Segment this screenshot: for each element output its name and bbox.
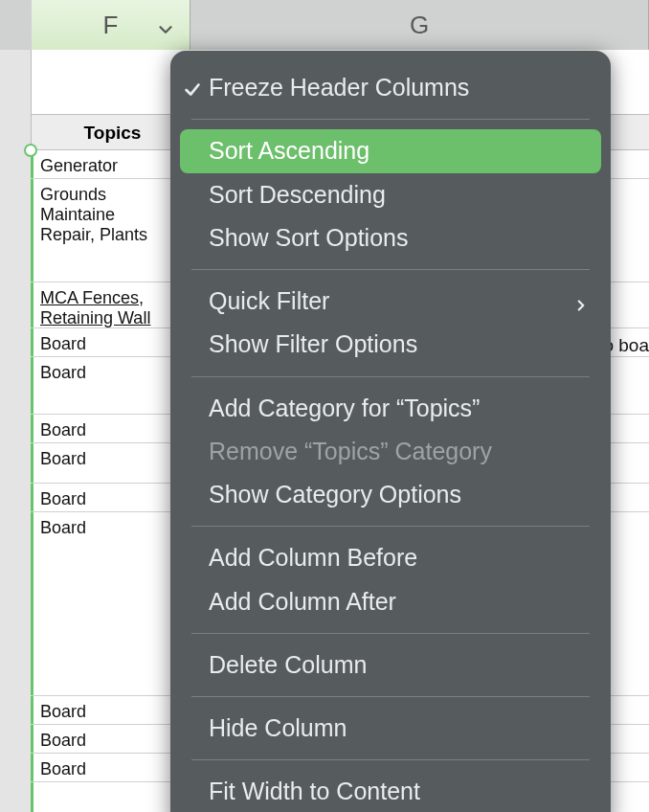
column-header-g[interactable]: G xyxy=(190,0,649,50)
cell-text: Generator xyxy=(40,156,118,176)
chevron-right-icon xyxy=(572,291,590,321)
menu-item-label: Freeze Header Columns xyxy=(209,74,469,101)
cell-text: Board xyxy=(40,449,86,469)
menu-fit-width[interactable]: Fit Width to Content xyxy=(170,770,611,812)
cell-text: Board xyxy=(40,334,86,354)
column-header-label: G xyxy=(410,11,429,40)
column-headers: F G xyxy=(0,0,649,50)
menu-separator xyxy=(191,376,590,377)
menu-freeze-header-columns[interactable]: Freeze Header Columns xyxy=(170,66,611,109)
menu-item-label: Sort Ascending xyxy=(209,137,369,164)
menu-separator xyxy=(191,119,590,120)
menu-show-filter-options[interactable]: Show Filter Options xyxy=(170,323,611,366)
cell-text: MCA Fences, Retaining Wall xyxy=(40,288,172,328)
menu-add-column-before[interactable]: Add Column Before xyxy=(170,536,611,579)
menu-add-column-after[interactable]: Add Column After xyxy=(170,580,611,623)
menu-separator xyxy=(191,633,590,634)
menu-sort-descending[interactable]: Sort Descending xyxy=(170,173,611,216)
menu-sort-ascending[interactable]: Sort Ascending xyxy=(180,129,601,172)
menu-delete-column[interactable]: Delete Column xyxy=(170,643,611,687)
menu-hide-column[interactable]: Hide Column xyxy=(170,707,611,750)
checkmark-icon xyxy=(182,78,203,107)
menu-item-label: Quick Filter xyxy=(209,287,329,314)
menu-separator xyxy=(191,759,590,760)
cell-text: Board xyxy=(40,731,86,751)
menu-item-label: Show Category Options xyxy=(209,481,461,508)
chevron-down-icon[interactable] xyxy=(155,17,176,47)
cell-text: Board xyxy=(40,702,86,722)
cell-text: Board xyxy=(40,759,86,779)
menu-separator xyxy=(191,526,590,527)
menu-item-label: Delete Column xyxy=(209,651,367,678)
menu-item-label: Show Sort Options xyxy=(209,224,408,251)
menu-remove-category: Remove “Topics” Category xyxy=(170,430,611,473)
cell-text: Board xyxy=(40,489,86,509)
menu-item-label: Remove “Topics” Category xyxy=(209,438,492,464)
menu-item-label: Add Column Before xyxy=(209,544,417,571)
menu-quick-filter[interactable]: Quick Filter xyxy=(170,280,611,323)
menu-show-sort-options[interactable]: Show Sort Options xyxy=(170,216,611,259)
menu-add-category[interactable]: Add Category for “Topics” xyxy=(170,387,611,430)
cell-text: Grounds Maintaine Repair, Plants xyxy=(40,185,172,245)
header-cell-label: Topics xyxy=(84,123,142,144)
menu-item-label: Add Column After xyxy=(209,588,396,615)
menu-item-label: Fit Width to Content xyxy=(209,778,420,804)
row-number-gutter xyxy=(0,50,32,812)
cell-text: Board xyxy=(40,420,86,440)
menu-show-category-options[interactable]: Show Category Options xyxy=(170,473,611,516)
menu-separator xyxy=(191,269,590,270)
menu-item-label: Add Category for “Topics” xyxy=(209,395,480,421)
menu-item-label: Show Filter Options xyxy=(209,330,417,357)
menu-item-label: Sort Descending xyxy=(209,181,386,208)
cell-text: Board xyxy=(40,518,86,538)
menu-item-label: Hide Column xyxy=(209,714,347,741)
column-header-label: F xyxy=(103,11,119,40)
column-context-menu: Freeze Header Columns Sort Ascending Sor… xyxy=(170,51,611,812)
column-header-f[interactable]: F xyxy=(32,0,190,50)
column-resize-handle[interactable] xyxy=(24,144,37,157)
menu-separator xyxy=(191,696,590,697)
cell-text: Board xyxy=(40,363,86,383)
